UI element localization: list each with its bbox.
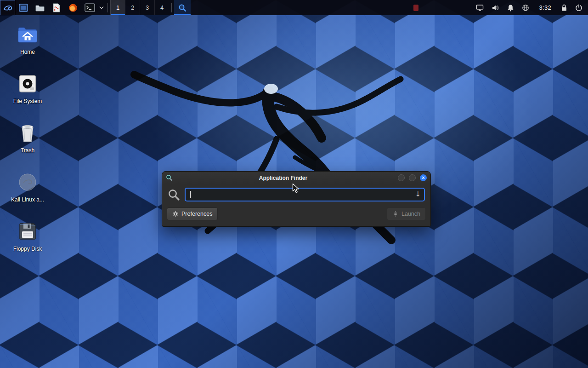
desktop-icon-trash[interactable]: Trash	[6, 121, 50, 165]
search-row: ↓	[162, 184, 430, 201]
lock-icon	[561, 4, 567, 12]
text-caret	[190, 191, 191, 198]
top-panel: 1 2 3 4	[0, 0, 588, 15]
preferences-label: Preferences	[181, 211, 212, 217]
desktop-icon-list: Home File System Trash	[6, 23, 50, 269]
workspace-4-label: 4	[160, 4, 164, 11]
desktop-icon-label: File System	[13, 98, 42, 104]
power-icon	[575, 4, 582, 12]
power-tray-button[interactable]	[575, 4, 582, 12]
launch-label: Launch	[401, 211, 420, 217]
terminal-launcher[interactable]	[81, 0, 98, 15]
home-folder-icon	[17, 23, 38, 46]
workspace-1-label: 1	[116, 4, 119, 11]
tray-indicator[interactable]	[413, 5, 418, 11]
panel-clock[interactable]: 3:32	[537, 4, 553, 11]
network-tray-button[interactable]	[522, 4, 529, 12]
desktop-icon-label: Floppy Disk	[13, 246, 42, 252]
window-title: Application Finder	[173, 175, 394, 181]
window-search-icon	[166, 174, 173, 181]
application-finder-window: Application Finder × ↓ Preferences	[162, 171, 431, 227]
volume-icon	[492, 4, 499, 12]
terminal-dropdown-button[interactable]	[98, 0, 105, 15]
workspace-4-button[interactable]: 4	[154, 0, 169, 15]
app-finder-launcher[interactable]	[174, 0, 191, 15]
button-row: Preferences Launch	[162, 201, 430, 220]
firefox-launcher[interactable]	[65, 0, 81, 15]
chevron-down-icon	[99, 6, 104, 9]
notifications-tray-button[interactable]	[507, 4, 514, 12]
file-manager-launcher[interactable]	[32, 0, 48, 15]
workspace-2-label: 2	[131, 4, 134, 11]
search-input[interactable]	[185, 188, 425, 201]
display-tray-button[interactable]	[476, 4, 484, 12]
desktop-icon-floppy-disk[interactable]: Floppy Disk	[6, 220, 50, 263]
files-app-icon	[18, 3, 28, 12]
network-icon	[522, 4, 529, 12]
search-icon	[168, 189, 180, 201]
close-button[interactable]: ×	[420, 174, 427, 181]
preferences-button[interactable]: Preferences	[167, 207, 218, 220]
search-icon	[178, 4, 187, 12]
file-manager-icon	[35, 4, 45, 12]
desktop-icon-label: Trash	[21, 147, 34, 154]
display-icon	[476, 4, 484, 12]
workspace-2-button[interactable]: 2	[125, 0, 140, 15]
trash-icon	[18, 121, 37, 144]
desktop-icon-label: Home	[20, 49, 35, 55]
desktop-icon-kali-docs[interactable]: Kali Linux a...	[6, 171, 50, 214]
terminal-icon	[85, 3, 95, 12]
close-icon: ×	[422, 175, 424, 180]
kali-menu-icon	[2, 2, 13, 13]
panel-separator	[107, 3, 108, 12]
desktop-icon-file-system[interactable]: File System	[6, 72, 50, 115]
launch-icon	[392, 211, 399, 217]
file-system-icon	[18, 72, 37, 95]
minimize-button[interactable]	[398, 174, 405, 181]
files-app-launcher[interactable]	[15, 0, 32, 15]
launch-button[interactable]: Launch	[387, 207, 426, 220]
desktop-icon-home[interactable]: Home	[6, 23, 50, 66]
dropdown-arrow-icon[interactable]: ↓	[415, 190, 421, 198]
search-input-wrap: ↓	[185, 188, 425, 201]
panel-separator	[171, 3, 172, 12]
desktop-icon-label: Kali Linux a...	[11, 196, 44, 203]
floppy-disk-icon	[18, 220, 37, 243]
gear-icon	[172, 211, 179, 217]
lock-tray-button[interactable]	[561, 4, 567, 12]
kali-docs-icon	[17, 171, 38, 194]
workspace-1-button[interactable]: 1	[110, 0, 125, 15]
kali-menu-button[interactable]	[0, 0, 15, 15]
titlebar[interactable]: Application Finder ×	[162, 172, 430, 184]
workspace-3-button[interactable]: 3	[140, 0, 154, 15]
panel-tray: 3:32	[413, 0, 588, 15]
maximize-button[interactable]	[409, 174, 416, 181]
firefox-icon	[68, 3, 78, 12]
notifications-bell-icon	[507, 4, 514, 12]
panel-launchers: 1 2 3 4	[0, 0, 191, 15]
workspace-3-label: 3	[146, 4, 149, 11]
text-editor-icon	[52, 3, 61, 12]
text-editor-launcher[interactable]	[48, 0, 65, 15]
volume-tray-button[interactable]	[492, 4, 499, 12]
